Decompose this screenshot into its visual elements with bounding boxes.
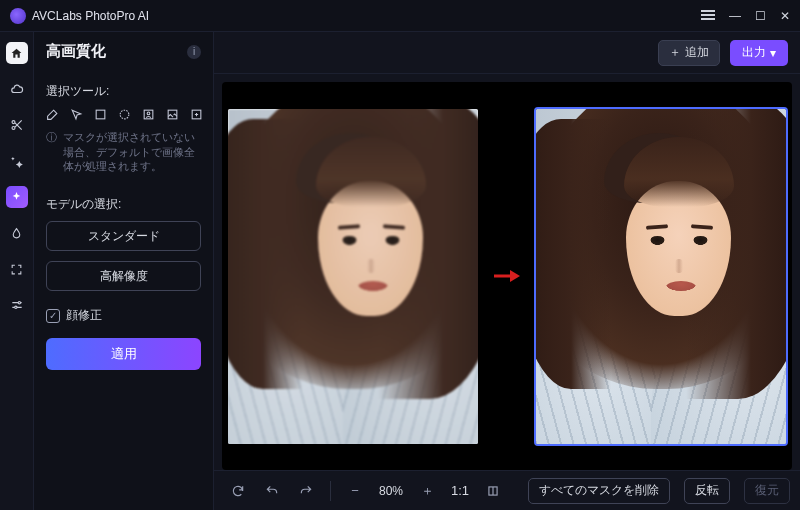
- sliders-icon: [10, 298, 24, 312]
- brush-icon: [46, 108, 59, 121]
- rect-icon: [94, 108, 107, 121]
- nav-settings[interactable]: [6, 294, 28, 316]
- hamburger-icon: [701, 10, 715, 20]
- after-image[interactable]: [536, 109, 786, 444]
- nav-home[interactable]: [6, 42, 28, 64]
- svg-point-5: [120, 110, 129, 119]
- zoom-1to1-button[interactable]: 1:1: [447, 479, 473, 503]
- svg-point-1: [12, 126, 15, 129]
- cloud-icon: [10, 82, 24, 96]
- app-title: AVCLabs PhotoPro AI: [10, 8, 149, 24]
- zoom-value: 80%: [375, 484, 407, 498]
- fit-screen-button[interactable]: [479, 479, 507, 503]
- add-button-label: 追加: [685, 44, 709, 61]
- nav-cloud[interactable]: [6, 78, 28, 100]
- fit-icon: [486, 484, 500, 498]
- tools-hint: マスクが選択されていない場合、デフォルトで画像全体が処理されます。: [63, 130, 201, 174]
- nav-droplet[interactable]: [6, 222, 28, 244]
- expand-icon: [10, 263, 23, 276]
- model-section-label: モデルの選択:: [46, 196, 201, 213]
- tools-section-label: 選択ツール:: [46, 83, 201, 100]
- tool-brush[interactable]: [46, 108, 59, 124]
- tool-rect[interactable]: [94, 108, 107, 124]
- svg-point-7: [147, 112, 150, 115]
- restore-button[interactable]: 復元: [744, 478, 790, 504]
- magic-icon: [10, 191, 23, 204]
- svg-point-2: [18, 302, 20, 304]
- nav-enhance[interactable]: [6, 186, 28, 208]
- ellipse-icon: [118, 108, 131, 121]
- zoom-in-button[interactable]: ＋: [413, 479, 441, 503]
- info-icon[interactable]: i: [187, 45, 201, 59]
- home-icon: [10, 47, 23, 60]
- nav-expand[interactable]: [6, 258, 28, 280]
- redo-icon: [299, 484, 313, 498]
- scissors-icon: [10, 118, 24, 132]
- face-fix-checkbox[interactable]: ✓ 顔修正: [46, 307, 201, 324]
- invert-button[interactable]: 反転: [684, 478, 730, 504]
- add-rect-icon: [190, 108, 203, 121]
- minimize-button[interactable]: —: [729, 9, 741, 23]
- model-option-highres[interactable]: 高解像度: [46, 261, 201, 291]
- undo-icon: [265, 484, 279, 498]
- output-button-label: 出力: [742, 44, 766, 61]
- undo-button[interactable]: [258, 479, 286, 503]
- separator: [330, 481, 331, 501]
- menu-button[interactable]: [701, 9, 715, 23]
- tool-add-rect[interactable]: [190, 108, 203, 124]
- warning-icon: ⓘ: [46, 130, 57, 145]
- pointer-icon: [70, 108, 83, 121]
- output-button[interactable]: 出力 ▾: [730, 40, 788, 66]
- droplet-icon: [10, 227, 23, 240]
- redo-button[interactable]: [292, 479, 320, 503]
- plus-icon: ＋: [669, 44, 681, 61]
- model-option-standard[interactable]: スタンダード: [46, 221, 201, 251]
- background-icon: [166, 108, 179, 121]
- arrow-icon: [492, 266, 522, 286]
- nav-sparkle[interactable]: [6, 150, 28, 172]
- tool-pointer[interactable]: [70, 108, 83, 124]
- svg-point-0: [12, 121, 15, 124]
- apply-button[interactable]: 適用: [46, 338, 201, 370]
- refresh-icon: [231, 484, 245, 498]
- svg-rect-4: [96, 110, 105, 119]
- delete-all-masks-button[interactable]: すべてのマスクを削除: [528, 478, 670, 504]
- maximize-button[interactable]: ☐: [755, 9, 766, 23]
- tool-ellipse[interactable]: [118, 108, 131, 124]
- app-name: AVCLabs PhotoPro AI: [32, 9, 149, 23]
- preview-canvas: [222, 82, 792, 470]
- check-icon: ✓: [46, 309, 60, 323]
- person-icon: [142, 108, 155, 121]
- nav-scissors[interactable]: [6, 114, 28, 136]
- zoom-out-button[interactable]: −: [341, 479, 369, 503]
- add-button[interactable]: ＋ 追加: [658, 40, 720, 66]
- page-title: 高画質化: [46, 42, 106, 61]
- sparkle-icon: [10, 154, 24, 168]
- app-logo-icon: [10, 8, 26, 24]
- chevron-down-icon: ▾: [770, 46, 776, 60]
- nav-rail: [0, 32, 34, 510]
- refresh-button[interactable]: [224, 479, 252, 503]
- close-button[interactable]: ✕: [780, 9, 790, 23]
- before-image[interactable]: [228, 109, 478, 444]
- tool-person[interactable]: [142, 108, 155, 124]
- face-fix-label: 顔修正: [66, 307, 102, 324]
- svg-point-3: [14, 306, 16, 308]
- tool-background[interactable]: [166, 108, 179, 124]
